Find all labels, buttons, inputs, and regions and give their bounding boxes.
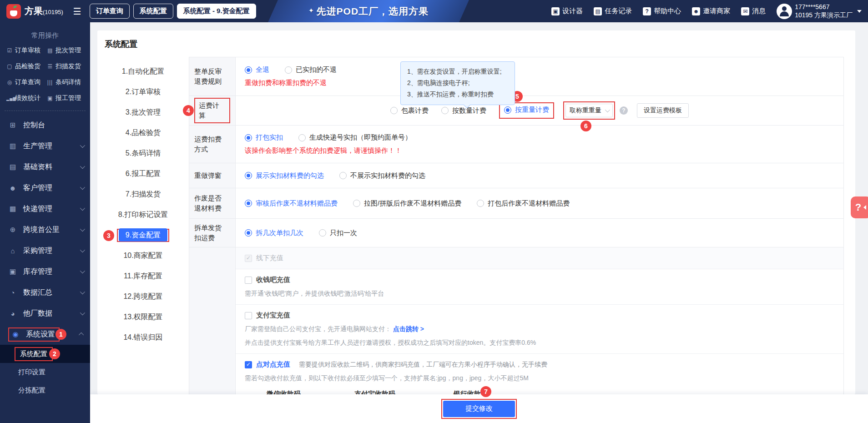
weight-source-select[interactable]: 取称重重量	[565, 104, 613, 117]
sidebar-item-other-factory[interactable]: 他厂数据	[0, 303, 90, 324]
promo-banner: 先进POD工厂，选用方果	[273, 0, 464, 22]
alipay-qr-header: 支付宝收款码	[354, 390, 395, 394]
radio-dot	[353, 200, 360, 207]
quickop-order-audit[interactable]: 订单审核	[6, 46, 47, 55]
section-nav-item-3[interactable]: 3.批次管理	[97, 102, 189, 123]
radio-weight-billing[interactable]: 按重量计费	[504, 106, 549, 114]
sidebar-item-data-summary[interactable]: 数据汇总	[0, 282, 90, 303]
console-icon	[8, 121, 17, 129]
designer-button[interactable]: ▣设计器	[551, 7, 583, 15]
messages-button[interactable]: ✉消息	[741, 7, 766, 15]
quickop-order-query[interactable]: 订单查询	[6, 78, 47, 86]
tab-order-query[interactable]: 订单查询	[90, 4, 130, 19]
p2p-desc1: 需要提供对应收款二维码，供商家扫码充值，工厂端可在方果小程序手动确认，无手续费	[299, 361, 547, 369]
radio-hide-material-fee[interactable]: 不展示实扣材料费的勾选	[339, 171, 425, 180]
radio-waybill-deduct[interactable]: 生成快递号实扣（即预约面单号）	[298, 133, 412, 142]
radio-full-refund[interactable]: 全退	[245, 65, 269, 74]
sidebar-item-console[interactable]: 控制台	[0, 115, 90, 136]
radio-void-after-audit[interactable]: 审核后作废不退材料赠品费	[245, 199, 338, 208]
freight-help-icon[interactable]: ?	[620, 106, 628, 115]
radio-dot	[245, 66, 252, 74]
chevron-down-icon	[80, 268, 85, 273]
help-center-button[interactable]: ?帮助中心	[643, 7, 681, 15]
submit-button[interactable]: 提交修改	[443, 401, 515, 417]
section-nav-item-14[interactable]: 14.错误归因	[97, 327, 189, 348]
chevron-down-icon	[80, 164, 85, 169]
sidebar-item-inventory[interactable]: 库存管理	[0, 261, 90, 282]
sidebar-item-system-settings[interactable]: 系统设置 1	[0, 324, 90, 345]
section-nav-item-11[interactable]: 11.库存配置	[97, 266, 189, 287]
section-nav-item-2[interactable]: 2.订单审核	[97, 82, 189, 102]
chevron-up-icon	[79, 332, 84, 337]
sidebar-item-customers[interactable]: 客户管理	[0, 177, 90, 198]
checkbox-offline-recharge[interactable]: 线下充值	[245, 254, 834, 262]
collapse-arrow-icon	[863, 205, 866, 210]
quickop-performance[interactable]: 绩效统计	[6, 94, 47, 102]
sidebar-subitem-sorting-config[interactable]: 分拣配置	[0, 381, 90, 399]
sidebar-subitem-print-settings[interactable]: 打印设置	[0, 363, 90, 381]
radio-show-material-fee[interactable]: 展示实扣材料费的勾选	[245, 171, 324, 180]
message-icon: ✉	[741, 7, 749, 15]
quality-icon	[6, 63, 13, 70]
section-nav-item-8[interactable]: 8.打印标记设置	[97, 205, 189, 225]
topbar: 方果(10195) 订单查询 系统配置 系统配置 - 9.资金配置 先进POD工…	[0, 0, 868, 22]
chevron-down-icon	[80, 247, 85, 252]
checkbox-icon	[245, 277, 252, 284]
user-menu[interactable]: 177****5667 10195 方果演示工厂	[777, 3, 862, 19]
radio-pack-deduct[interactable]: 打包实扣	[245, 133, 283, 142]
quickop-barcode-detail[interactable]: 条码详情	[47, 78, 87, 86]
radio-deduct-per-split[interactable]: 拆几次单扣几次	[245, 229, 303, 237]
section-nav-item-6[interactable]: 6.报工配置	[97, 164, 189, 184]
section-nav-item-4[interactable]: 4.品检验货	[97, 123, 189, 143]
quick-ops-title: 常用操作	[0, 31, 90, 40]
section-nav-item-7[interactable]: 7.扫描发货	[97, 184, 189, 205]
sidebar-subitem-system-config[interactable]: 系统配置 2	[0, 345, 90, 363]
section-nav-item-1[interactable]: 1.自动化配置	[97, 61, 189, 82]
floating-help-label: ?	[855, 201, 861, 213]
sidebar-item-crossborder[interactable]: 跨境首公里	[0, 219, 90, 240]
quickop-work-report[interactable]: 报工管理	[47, 94, 87, 102]
checkbox-icon	[245, 361, 252, 368]
redo-popup-label: 重做弹窗	[194, 171, 230, 181]
radio-void-after-layout[interactable]: 拉图/拼版后作废不退材料赠品费	[353, 199, 461, 208]
floating-help-button[interactable]: ?	[851, 196, 868, 218]
hamburger-menu-icon[interactable]	[73, 6, 81, 17]
section-nav-item-10[interactable]: 10.商家配置	[97, 246, 189, 266]
radio-void-after-pack[interactable]: 打包后作废不退材料赠品费	[477, 199, 570, 208]
radio-dot	[477, 200, 484, 207]
checkbox-sqb-recharge[interactable]: 收钱吧充值	[245, 276, 834, 284]
sidebar-item-basic-data[interactable]: 基础资料	[0, 156, 90, 177]
tab-system-config-funds[interactable]: 系统配置 - 9.资金配置	[177, 4, 256, 19]
section-nav-item-13[interactable]: 13.权限配置	[97, 307, 189, 327]
alipay-jump-link[interactable]: 点击跳转 >	[393, 325, 424, 332]
order-audit-icon	[6, 47, 13, 54]
freight-deduct-warning: 该操作会影响整个系统的扣费逻辑，请谨慎操作！！	[245, 146, 834, 155]
checkbox-icon	[245, 255, 252, 262]
sidebar-item-purchase[interactable]: 采购管理	[0, 240, 90, 261]
radio-parcel-billing[interactable]: 包裹计费	[390, 106, 429, 115]
section-nav-item-5[interactable]: 5.条码详情	[97, 143, 189, 164]
checkbox-p2p-recharge[interactable]: 点对点充值 需要提供对应收款二维码，供商家扫码充值，工厂端可在方果小程序手动确认…	[245, 360, 834, 369]
task-log-button[interactable]: ▤任务记录	[594, 7, 632, 15]
refund-rule-label: 整单反审	[194, 66, 230, 76]
system-settings-icon	[11, 330, 20, 338]
tab-system-config[interactable]: 系统配置	[133, 4, 173, 19]
radio-quantity-billing[interactable]: 按数量计费	[441, 106, 486, 115]
invite-merchant-button[interactable]: ☻邀请商家	[692, 7, 730, 15]
freight-template-button[interactable]: 设置运费模板	[637, 103, 689, 118]
radio-dot	[504, 106, 511, 114]
user-caret-icon[interactable]	[857, 10, 862, 13]
sidebar-item-production[interactable]: 生产管理	[0, 136, 90, 156]
query-icon	[6, 79, 13, 86]
quickop-quality-check[interactable]: 品检验货	[6, 62, 47, 70]
checkbox-alipay-recharge[interactable]: 支付宝充值	[245, 311, 834, 320]
row-freight-deduct-mode: 运费扣费 方式 打包实扣 生成快递号实扣（即预约面单号） 该操作会影响整个系统的…	[189, 126, 843, 163]
radio-deduct-once[interactable]: 只扣一次	[319, 229, 357, 237]
section-nav-item-9: 3 9.资金配置	[97, 225, 189, 246]
section-nav-item-funds-active[interactable]: 9.资金配置	[119, 228, 167, 242]
sidebar-item-express[interactable]: 快递管理	[0, 198, 90, 219]
radio-deducted-no-refund[interactable]: 已实扣的不退	[285, 65, 337, 74]
quickop-batch-manage[interactable]: 批次管理	[47, 46, 87, 55]
quickop-scan-ship[interactable]: 扫描发货	[47, 62, 87, 70]
section-nav-item-12[interactable]: 12.跨境配置	[97, 287, 189, 307]
